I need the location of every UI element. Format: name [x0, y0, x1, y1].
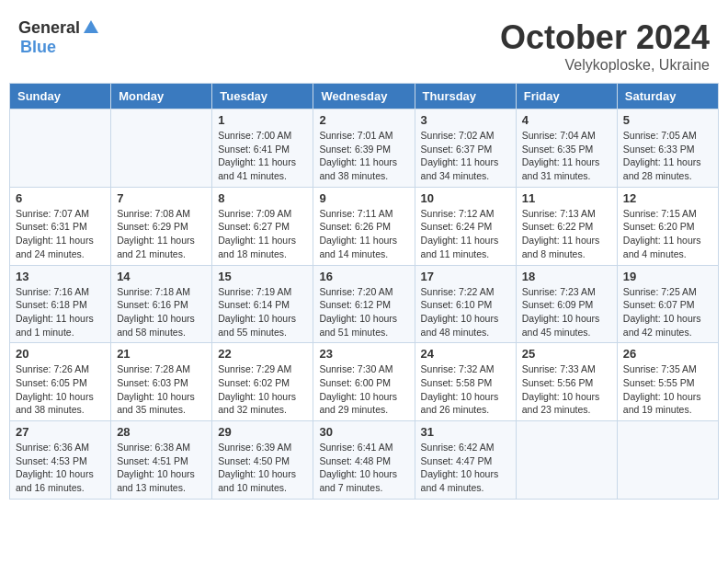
day-info: Sunrise: 7:07 AMSunset: 6:31 PMDaylight:… [16, 207, 105, 261]
day-info: Sunrise: 7:29 AMSunset: 6:02 PMDaylight:… [218, 362, 307, 417]
day-number: 2 [319, 113, 408, 127]
day-number: 27 [16, 425, 105, 439]
day-info: Sunrise: 7:16 AMSunset: 6:18 PMDaylight:… [16, 285, 105, 339]
day-number: 18 [522, 270, 611, 283]
day-info: Sunrise: 7:20 AMSunset: 6:12 PMDaylight:… [319, 285, 408, 339]
calendar-cell: 25Sunrise: 7:33 AMSunset: 5:56 PMDayligh… [516, 343, 617, 421]
page-header: General Blue October 2024 Velykoploske, … [9, 9, 719, 78]
day-info: Sunrise: 6:36 AMSunset: 4:53 PMDaylight:… [16, 441, 105, 495]
day-info: Sunrise: 7:33 AMSunset: 5:56 PMDaylight:… [522, 362, 611, 417]
day-number: 16 [319, 270, 408, 283]
svg-marker-0 [84, 20, 98, 33]
day-number: 20 [16, 347, 105, 361]
weekday-header-row: SundayMondayTuesdayWednesdayThursdayFrid… [10, 84, 719, 109]
day-info: Sunrise: 6:39 AMSunset: 4:50 PMDaylight:… [218, 441, 307, 495]
calendar-cell: 4Sunrise: 7:04 AMSunset: 6:35 PMDaylight… [516, 109, 617, 188]
day-number: 3 [421, 113, 510, 127]
calendar-cell: 5Sunrise: 7:05 AMSunset: 6:33 PMDaylight… [617, 109, 718, 188]
day-info: Sunrise: 7:02 AMSunset: 6:37 PMDaylight:… [421, 129, 510, 183]
calendar-cell: 23Sunrise: 7:30 AMSunset: 6:00 PMDayligh… [313, 343, 415, 421]
calendar-cell: 30Sunrise: 6:41 AMSunset: 4:48 PMDayligh… [313, 421, 415, 500]
day-info: Sunrise: 6:41 AMSunset: 4:48 PMDaylight:… [319, 441, 408, 495]
calendar-cell: 3Sunrise: 7:02 AMSunset: 6:37 PMDaylight… [415, 109, 516, 188]
day-info: Sunrise: 7:25 AMSunset: 6:07 PMDaylight:… [623, 285, 712, 339]
calendar-table: SundayMondayTuesdayWednesdayThursdayFrid… [9, 83, 719, 500]
day-info: Sunrise: 7:13 AMSunset: 6:22 PMDaylight:… [522, 207, 611, 261]
calendar-cell: 27Sunrise: 6:36 AMSunset: 4:53 PMDayligh… [10, 421, 111, 500]
calendar-cell: 18Sunrise: 7:23 AMSunset: 6:09 PMDayligh… [516, 265, 617, 343]
day-number: 5 [623, 113, 712, 127]
calendar-cell: 6Sunrise: 7:07 AMSunset: 6:31 PMDaylight… [10, 187, 111, 265]
calendar-cell: 19Sunrise: 7:25 AMSunset: 6:07 PMDayligh… [617, 265, 718, 343]
day-number: 25 [522, 347, 611, 361]
calendar-week-row: 13Sunrise: 7:16 AMSunset: 6:18 PMDayligh… [10, 265, 719, 343]
day-info: Sunrise: 7:08 AMSunset: 6:29 PMDaylight:… [117, 207, 206, 261]
weekday-header-thursday: Thursday [415, 84, 516, 109]
weekday-header-wednesday: Wednesday [313, 84, 415, 109]
calendar-week-row: 27Sunrise: 6:36 AMSunset: 4:53 PMDayligh… [10, 421, 719, 500]
calendar-cell: 12Sunrise: 7:15 AMSunset: 6:20 PMDayligh… [617, 187, 718, 265]
day-info: Sunrise: 6:42 AMSunset: 4:47 PMDaylight:… [421, 441, 510, 495]
day-number: 28 [117, 425, 206, 439]
day-info: Sunrise: 7:28 AMSunset: 6:03 PMDaylight:… [117, 362, 206, 417]
day-info: Sunrise: 7:15 AMSunset: 6:20 PMDaylight:… [623, 207, 712, 261]
calendar-cell: 26Sunrise: 7:35 AMSunset: 5:55 PMDayligh… [617, 343, 718, 421]
weekday-header-tuesday: Tuesday [212, 84, 313, 109]
calendar-cell: 10Sunrise: 7:12 AMSunset: 6:24 PMDayligh… [415, 187, 516, 265]
title-section: October 2024 Velykoploske, Ukraine [500, 18, 710, 74]
weekday-header-sunday: Sunday [10, 84, 111, 109]
day-info: Sunrise: 7:00 AMSunset: 6:41 PMDaylight:… [218, 129, 307, 183]
day-number: 14 [117, 270, 206, 283]
calendar-cell: 9Sunrise: 7:11 AMSunset: 6:26 PMDaylight… [313, 187, 415, 265]
day-info: Sunrise: 7:30 AMSunset: 6:00 PMDaylight:… [319, 362, 408, 417]
day-number: 13 [16, 270, 105, 283]
calendar-week-row: 1Sunrise: 7:00 AMSunset: 6:41 PMDaylight… [10, 109, 719, 188]
day-info: Sunrise: 7:23 AMSunset: 6:09 PMDaylight:… [522, 285, 611, 339]
day-number: 7 [117, 191, 206, 205]
day-number: 19 [623, 270, 712, 283]
calendar-cell [111, 109, 212, 188]
calendar-cell: 24Sunrise: 7:32 AMSunset: 5:58 PMDayligh… [415, 343, 516, 421]
day-number: 8 [218, 191, 307, 205]
day-info: Sunrise: 7:12 AMSunset: 6:24 PMDaylight:… [421, 207, 510, 261]
logo-triangle-icon [83, 18, 99, 35]
weekday-header-saturday: Saturday [617, 84, 718, 109]
calendar-cell: 11Sunrise: 7:13 AMSunset: 6:22 PMDayligh… [516, 187, 617, 265]
logo: General Blue [18, 18, 99, 57]
day-number: 21 [117, 347, 206, 361]
day-number: 1 [218, 113, 307, 127]
day-number: 31 [421, 425, 510, 439]
calendar-cell: 16Sunrise: 7:20 AMSunset: 6:12 PMDayligh… [313, 265, 415, 343]
calendar-cell: 20Sunrise: 7:26 AMSunset: 6:05 PMDayligh… [10, 343, 111, 421]
weekday-header-friday: Friday [516, 84, 617, 109]
day-number: 15 [218, 270, 307, 283]
calendar-cell [617, 421, 718, 500]
day-info: Sunrise: 7:35 AMSunset: 5:55 PMDaylight:… [623, 362, 712, 417]
day-info: Sunrise: 7:26 AMSunset: 6:05 PMDaylight:… [16, 362, 105, 417]
day-info: Sunrise: 7:01 AMSunset: 6:39 PMDaylight:… [319, 129, 408, 183]
calendar-cell: 21Sunrise: 7:28 AMSunset: 6:03 PMDayligh… [111, 343, 212, 421]
day-number: 4 [522, 113, 611, 127]
weekday-header-monday: Monday [111, 84, 212, 109]
day-number: 6 [16, 191, 105, 205]
calendar-cell: 7Sunrise: 7:08 AMSunset: 6:29 PMDaylight… [111, 187, 212, 265]
calendar-cell: 29Sunrise: 6:39 AMSunset: 4:50 PMDayligh… [212, 421, 313, 500]
location-subtitle: Velykoploske, Ukraine [500, 57, 710, 74]
calendar-cell: 28Sunrise: 6:38 AMSunset: 4:51 PMDayligh… [111, 421, 212, 500]
calendar-cell: 17Sunrise: 7:22 AMSunset: 6:10 PMDayligh… [415, 265, 516, 343]
day-info: Sunrise: 7:18 AMSunset: 6:16 PMDaylight:… [117, 285, 206, 339]
calendar-cell: 13Sunrise: 7:16 AMSunset: 6:18 PMDayligh… [10, 265, 111, 343]
day-info: Sunrise: 7:32 AMSunset: 5:58 PMDaylight:… [421, 362, 510, 417]
calendar-cell: 8Sunrise: 7:09 AMSunset: 6:27 PMDaylight… [212, 187, 313, 265]
day-number: 26 [623, 347, 712, 361]
calendar-cell [10, 109, 111, 188]
day-info: Sunrise: 7:19 AMSunset: 6:14 PMDaylight:… [218, 285, 307, 339]
calendar-week-row: 20Sunrise: 7:26 AMSunset: 6:05 PMDayligh… [10, 343, 719, 421]
day-info: Sunrise: 7:11 AMSunset: 6:26 PMDaylight:… [319, 207, 408, 261]
day-info: Sunrise: 7:04 AMSunset: 6:35 PMDaylight:… [522, 129, 611, 183]
day-number: 29 [218, 425, 307, 439]
calendar-cell: 2Sunrise: 7:01 AMSunset: 6:39 PMDaylight… [313, 109, 415, 188]
calendar-cell: 15Sunrise: 7:19 AMSunset: 6:14 PMDayligh… [212, 265, 313, 343]
day-number: 30 [319, 425, 408, 439]
day-info: Sunrise: 7:05 AMSunset: 6:33 PMDaylight:… [623, 129, 712, 183]
